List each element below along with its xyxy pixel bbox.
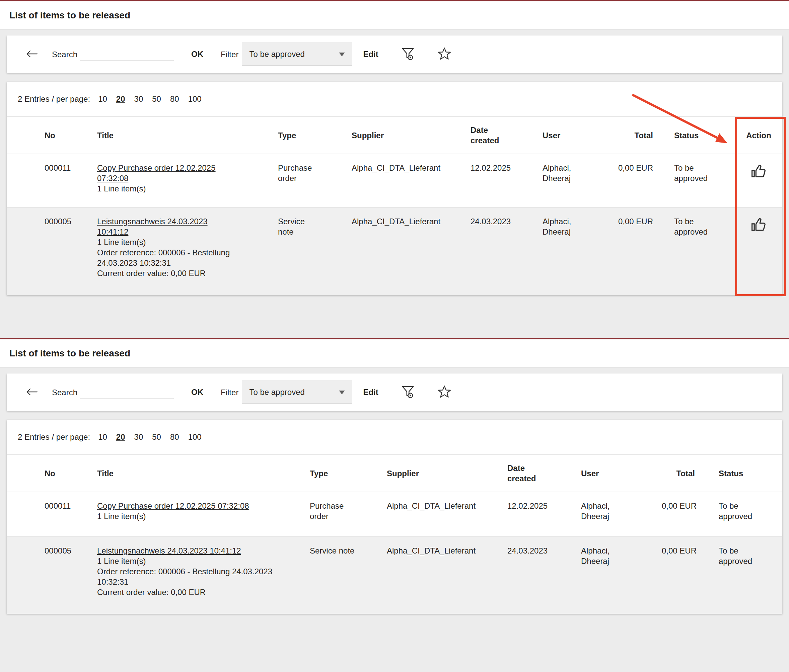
row-supplier: Alpha_CI_DTA_Lieferant [351, 207, 471, 235]
entries-bar: 2 Entries / per page: 10 20 30 50 80 100 [7, 420, 782, 454]
approve-button[interactable] [750, 216, 768, 235]
column-header-user: User [543, 130, 615, 140]
column-header-title: Title [97, 130, 278, 140]
document-title-link[interactable]: Leistungsnachweis 24.03.2023 10:41:12 [97, 217, 208, 236]
per-page-option-selected[interactable]: 20 [116, 432, 125, 442]
search-input[interactable] [80, 385, 174, 399]
search-label: Search [52, 387, 77, 398]
page-title: List of items to be released [10, 10, 130, 21]
per-page-option[interactable]: 100 [188, 94, 201, 104]
funnel-x-icon [400, 384, 416, 401]
filter-dropdown[interactable]: To be approved [242, 380, 352, 404]
per-page-option[interactable]: 30 [134, 432, 143, 442]
filter-label: Filter [221, 387, 238, 398]
panel-bottom: List of items to be released Search OK F… [0, 338, 789, 614]
column-header-action: Action [735, 130, 782, 140]
edit-button[interactable]: Edit [363, 49, 378, 59]
entries-count: 2 Entries / per page: [18, 94, 90, 104]
row-supplier: Alpha_CI_DTA_Lieferant [387, 537, 507, 564]
row-status: To be approved [658, 154, 735, 191]
per-page-option[interactable]: 100 [188, 432, 201, 442]
per-page-option[interactable]: 50 [152, 432, 161, 442]
row-user: Alphaci, Dheeraj [581, 492, 656, 529]
per-page-option[interactable]: 80 [170, 432, 179, 442]
row-total: 0,00 EUR [656, 537, 700, 564]
star-icon [437, 384, 452, 401]
filter-dropdown-value: To be approved [249, 387, 304, 397]
back-button[interactable] [25, 387, 38, 398]
document-title-link[interactable]: Leistungsnachweis 24.03.2023 10:41:12 [97, 546, 241, 555]
row-type: Service note [278, 207, 351, 245]
per-page-option[interactable]: 30 [134, 94, 143, 104]
table-row: 000005 Leistungsnachweis 24.03.2023 10:4… [7, 537, 782, 614]
entries-bar: 2 Entries / per page: 10 20 30 50 80 100 [7, 82, 782, 116]
star-icon [437, 46, 452, 62]
column-header-title: Title [97, 468, 310, 479]
table-row: 000011 Copy Purchase order 12.02.2025 07… [7, 154, 782, 207]
favorite-button[interactable] [437, 46, 452, 62]
column-header-no: No [7, 468, 97, 479]
row-total: 0,00 EUR [615, 207, 658, 235]
page-header: List of items to be released [0, 339, 789, 368]
row-type: Purchase order [278, 154, 351, 191]
filter-dropdown-value: To be approved [249, 49, 304, 59]
entries-count: 2 Entries / per page: [18, 432, 90, 442]
table-row: 000005 Leistungsnachweis 24.03.2023 10:4… [7, 207, 782, 295]
row-no: 000005 [7, 537, 97, 564]
column-header-total: Total [615, 130, 658, 140]
per-page-option[interactable]: 50 [152, 94, 161, 104]
per-page-selector: 10 20 30 50 80 100 [98, 432, 211, 442]
row-user: Alphaci, Dheeraj [543, 207, 615, 245]
column-header-supplier: Supplier [351, 130, 471, 140]
column-header-date-created: Date created [507, 463, 581, 484]
per-page-option[interactable]: 10 [98, 432, 107, 442]
row-total: 0,00 EUR [615, 154, 658, 181]
arrow-left-icon [25, 49, 38, 60]
ok-button[interactable]: OK [191, 49, 203, 59]
edit-button[interactable]: Edit [363, 387, 378, 397]
per-page-option-selected[interactable]: 20 [116, 94, 125, 104]
row-title-cell: Leistungsnachweis 24.03.2023 10:41:12 1 … [97, 537, 285, 605]
per-page-option[interactable]: 80 [170, 94, 179, 104]
row-status: To be approved [700, 537, 782, 574]
table-header-row: No Title Type Supplier Date created User… [7, 116, 782, 154]
table-row: 000011 Copy Purchase order 12.02.2025 07… [7, 492, 782, 537]
column-header-total: Total [656, 468, 700, 479]
ok-button[interactable]: OK [191, 387, 203, 397]
column-header-no: No [7, 130, 97, 140]
document-title-link[interactable]: Copy Purchase order 12.02.2025 07:32:08 [97, 501, 249, 510]
clear-filter-button[interactable] [400, 46, 416, 63]
table-header-row: No Title Type Supplier Date created User… [7, 454, 782, 492]
panel-gap [0, 295, 789, 338]
thumbs-up-icon [750, 176, 768, 181]
document-title-link[interactable]: Copy Purchase order 12.02.2025 07:32:08 [97, 163, 216, 183]
results-table: 2 Entries / per page: 10 20 30 50 80 100… [7, 420, 782, 614]
approve-button[interactable] [750, 162, 768, 181]
line-items-text: 1 Line item(s) [97, 183, 238, 194]
arrow-left-icon [25, 387, 38, 398]
column-header-type: Type [278, 130, 351, 140]
column-header-status: Status [700, 468, 782, 479]
toolbar: Search OK Filter To be approved Edit [7, 374, 782, 411]
row-title-cell: Leistungsnachweis 24.03.2023 10:41:12 1 … [97, 207, 238, 287]
search-input[interactable] [80, 47, 174, 61]
row-user: Alphaci, Dheeraj [581, 537, 656, 574]
filter-dropdown[interactable]: To be approved [242, 42, 352, 66]
row-status: To be approved [658, 207, 735, 245]
row-date-created: 24.03.2023 [471, 207, 543, 235]
per-page-option[interactable]: 10 [98, 94, 107, 104]
order-value-text: Current order value: 0,00 EUR [97, 587, 285, 597]
row-user: Alphaci, Dheeraj [543, 154, 615, 191]
row-supplier: Alpha_CI_DTA_Lieferant [351, 154, 471, 181]
clear-filter-button[interactable] [400, 384, 416, 401]
column-header-date-created: Date created [471, 125, 543, 146]
row-status: To be approved [700, 492, 782, 529]
row-action-cell [735, 154, 782, 189]
filter-label: Filter [221, 49, 238, 60]
toolbar: Search OK Filter To be approved Edit [7, 35, 782, 73]
column-header-user: User [581, 468, 656, 479]
favorite-button[interactable] [437, 384, 452, 401]
order-reference-text: Order reference: 000006 - Bestellung 24.… [97, 566, 285, 587]
panel-top: List of items to be released Search OK F… [0, 0, 789, 338]
back-button[interactable] [25, 49, 38, 60]
